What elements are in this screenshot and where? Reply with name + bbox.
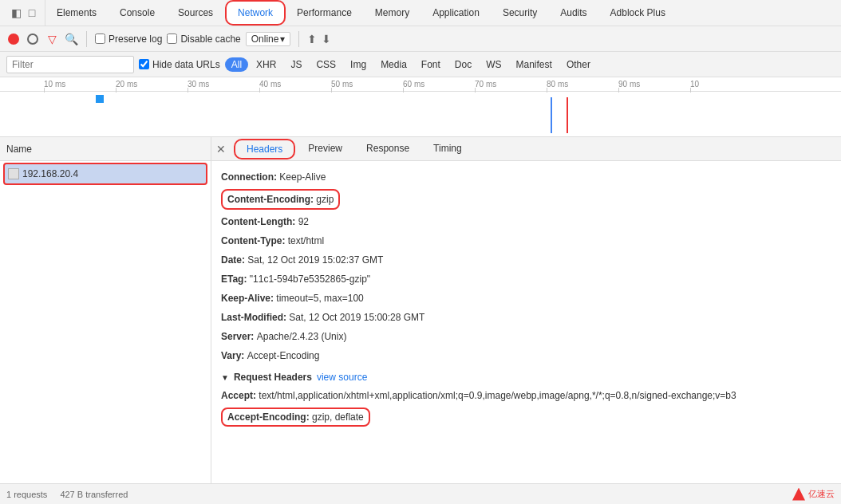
headers-content: Connection: Keep-Alive Content-Encoding:…: [211, 161, 841, 483]
filter-tab-all[interactable]: All: [225, 57, 248, 72]
filter-tab-ws[interactable]: WS: [480, 57, 507, 72]
filter-tab-media[interactable]: Media: [374, 57, 413, 72]
tab-audits[interactable]: Audits: [549, 0, 598, 26]
timeline-red-bar: [567, 97, 568, 133]
hide-data-urls-label[interactable]: Hide data URLs: [139, 59, 220, 70]
close-button[interactable]: ✕: [215, 143, 227, 156]
tab-network[interactable]: Network: [225, 0, 286, 26]
tick-10ms: 10 ms: [44, 80, 65, 89]
detail-tabs: ✕ Headers Preview Response Timing: [211, 137, 841, 161]
filter-tab-doc[interactable]: Doc: [448, 57, 478, 72]
filter-icon[interactable]: ▽: [45, 32, 59, 46]
header-date-value: Sat, 12 Oct 2019 15:02:37 GMT: [247, 254, 383, 266]
throttle-arrow: ▾: [280, 33, 285, 45]
header-keep-alive-name: Keep-Alive:: [221, 293, 276, 304]
search-icon[interactable]: 🔍: [64, 32, 78, 46]
detail-tab-response[interactable]: Response: [355, 140, 421, 159]
nav-icons: ◧ □: [3, 0, 45, 26]
tick-80ms: 80 ms: [547, 80, 568, 89]
filter-tab-css[interactable]: CSS: [310, 57, 342, 72]
disable-cache-checkbox[interactable]: [167, 33, 177, 44]
separator: [86, 31, 87, 47]
filter-tab-other[interactable]: Other: [560, 57, 597, 72]
tab-elements[interactable]: Elements: [45, 0, 109, 26]
tab-sources[interactable]: Sources: [167, 0, 225, 26]
filter-input[interactable]: [6, 56, 134, 73]
header-server-value: Apache/2.4.23 (Unix): [257, 331, 347, 342]
header-keep-alive-value: timeout=5, max=100: [276, 293, 363, 304]
tab-console[interactable]: Console: [109, 0, 167, 26]
tick-50ms: 50 ms: [331, 80, 353, 89]
preserve-log-label[interactable]: Preserve log: [95, 33, 162, 45]
header-last-modified-name: Last-Modified:: [221, 312, 289, 323]
separator2: [298, 31, 299, 47]
header-content-type-value: text/html: [288, 235, 324, 246]
timeline-ruler: 10 ms 20 ms 30 ms 40 ms 50 ms 60 ms 70 m…: [0, 77, 841, 92]
detail-tab-preview[interactable]: Preview: [297, 140, 353, 159]
header-vary: Vary: Accept-Encoding: [221, 346, 831, 365]
request-row[interactable]: 192.168.20.4: [3, 163, 207, 185]
filter-tab-manifest[interactable]: Manifest: [510, 57, 559, 72]
throttle-select[interactable]: Online ▾: [246, 32, 291, 46]
accept-encoding-highlight: Accept-Encoding: gzip, deflate: [221, 408, 370, 427]
section-arrow: ▼: [221, 373, 229, 382]
tab-security[interactable]: Security: [492, 0, 549, 26]
tick-20ms: 20 ms: [116, 80, 137, 89]
header-date: Date: Sat, 12 Oct 2019 15:02:37 GMT: [221, 250, 831, 270]
logo-text: 亿速云: [808, 488, 835, 500]
tick-30ms: 30 ms: [188, 80, 209, 89]
dock-icon[interactable]: ◧: [10, 6, 22, 19]
header-connection-value: Keep-Alive: [279, 171, 326, 183]
detail-tab-headers[interactable]: Headers: [234, 139, 295, 159]
upload-icon[interactable]: ⬆: [307, 33, 317, 45]
main-area: Name 192.168.20.4 ✕ Headers Preview Resp…: [0, 137, 841, 483]
preserve-log-text: Preserve log: [109, 33, 162, 45]
header-accept-encoding-value: gzip, deflate: [312, 411, 364, 423]
detail-tab-timing[interactable]: Timing: [422, 140, 473, 159]
top-nav: ◧ □ Elements Console Sources Network Per…: [0, 0, 841, 26]
stop-button[interactable]: [26, 32, 40, 46]
brand-logo: 亿速云: [792, 488, 835, 501]
filter-row: Hide data URLs All XHR JS CSS Img Media …: [0, 52, 841, 77]
view-source-link[interactable]: view source: [317, 372, 367, 383]
filter-tab-img[interactable]: Img: [344, 57, 373, 72]
name-column-header: Name: [0, 137, 211, 161]
hide-data-urls-checkbox[interactable]: [139, 59, 149, 69]
inspect-icon[interactable]: □: [26, 6, 38, 19]
filter-tab-xhr[interactable]: XHR: [250, 57, 282, 72]
record-dot: [8, 33, 19, 45]
header-accept: Accept: text/html,application/xhtml+xml,…: [221, 386, 831, 405]
filter-tabs: All XHR JS CSS Img Media Font Doc WS Man…: [225, 57, 597, 72]
stop-circle: [27, 33, 38, 45]
download-icon[interactable]: ⬇: [322, 33, 331, 45]
filter-tab-js[interactable]: JS: [284, 57, 308, 72]
requests-count: 1 requests: [6, 490, 47, 499]
logo-icon: [792, 488, 805, 501]
tick-40ms: 40 ms: [259, 80, 281, 89]
tab-memory[interactable]: Memory: [364, 0, 421, 26]
tab-application[interactable]: Application: [421, 0, 492, 26]
tab-adblock[interactable]: Adblock Plus: [599, 0, 677, 26]
preserve-log-checkbox[interactable]: [95, 33, 105, 44]
record-button[interactable]: [6, 32, 21, 46]
timeline-mark: [96, 95, 104, 103]
throttle-label: Online: [251, 33, 279, 45]
header-connection: Connection: Keep-Alive: [221, 167, 831, 187]
header-accept-name: Accept:: [221, 390, 259, 401]
tab-performance[interactable]: Performance: [286, 0, 364, 26]
toolbar: ▽ 🔍 Preserve log Disable cache Online ▾ …: [0, 26, 841, 52]
header-content-type-name: Content-Type:: [221, 235, 288, 246]
tick-70ms: 70 ms: [475, 80, 496, 89]
hide-data-urls-text: Hide data URLs: [152, 59, 220, 70]
request-headers-title: ▼ Request Headers view source: [221, 372, 831, 383]
header-server: Server: Apache/2.4.23 (Unix): [221, 327, 831, 346]
name-header-text: Name: [6, 144, 32, 155]
disable-cache-label[interactable]: Disable cache: [167, 33, 240, 45]
header-content-length-name: Content-Length:: [221, 216, 298, 227]
filter-tab-font[interactable]: Font: [415, 57, 447, 72]
header-keep-alive: Keep-Alive: timeout=5, max=100: [221, 289, 831, 308]
header-connection-name: Connection:: [221, 171, 279, 183]
header-content-encoding: Content-Encoding: gzip: [221, 187, 831, 212]
header-accept-encoding: Accept-Encoding: gzip, deflate: [221, 405, 831, 429]
status-bar: 1 requests 427 B transferred 亿速云: [0, 483, 841, 504]
